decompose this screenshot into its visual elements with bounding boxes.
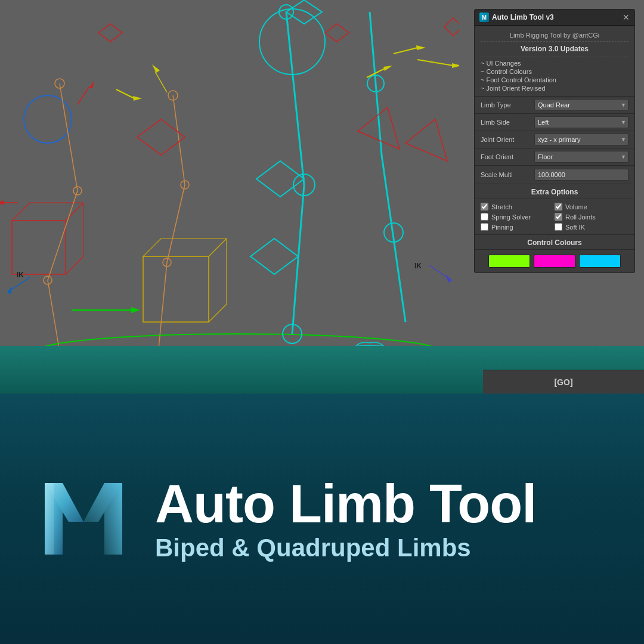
limb-type-select-wrapper: Quad Rear Quad Front Biped Arm Biped Leg…	[534, 99, 628, 111]
svg-line-8	[66, 256, 83, 274]
maya-logo-large	[36, 471, 131, 566]
svg-marker-57	[446, 275, 452, 283]
limb-type-select[interactable]: Quad Rear Quad Front Biped Arm Biped Leg	[534, 99, 628, 111]
panel-titlebar: M Auto Limb Tool v3 ✕	[475, 10, 634, 26]
svg-marker-39	[137, 119, 185, 155]
svg-line-20	[12, 277, 30, 289]
update-item-4: ~ Joint Orient Revised	[481, 84, 628, 92]
svg-marker-69	[133, 96, 142, 101]
scale-multi-input[interactable]	[534, 169, 628, 181]
colour-swatch-cyan[interactable]	[579, 255, 621, 268]
joint-orient-select-wrapper: xyz - x primary xyz - y primary xyz - z …	[534, 134, 628, 145]
roll-joints-checkbox-item[interactable]: Roll Joints	[555, 213, 628, 221]
foot-orient-select[interactable]: Floor World Local	[534, 151, 628, 163]
svg-marker-23	[89, 80, 94, 88]
banner-subtitle: Biped & Quadruped Limbs	[155, 535, 536, 561]
svg-line-40	[155, 72, 167, 92]
panel-title: Auto Limb Tool v3	[492, 13, 554, 21]
svg-line-62	[417, 60, 453, 66]
svg-line-29	[209, 304, 227, 322]
panel-divider	[481, 57, 628, 57]
checkbox-grid: Stretch Volume Spring Solver Roll Joints…	[475, 199, 634, 235]
svg-line-22	[78, 86, 89, 104]
limb-side-row: Limb Side Left Right Center ▼	[475, 114, 634, 131]
joint-orient-row: Joint Orient xyz - x primary xyz - y pri…	[475, 131, 634, 148]
svg-marker-76	[45, 483, 54, 555]
auto-limb-panel: M Auto Limb Tool v3 ✕ Limb Rigging Tool …	[474, 9, 635, 273]
svg-marker-60	[405, 119, 447, 161]
svg-line-32	[173, 95, 185, 185]
pinning-checkbox[interactable]	[481, 223, 488, 231]
maya-logo-small: M	[479, 13, 489, 22]
volume-checkbox[interactable]	[555, 203, 562, 210]
svg-marker-49	[250, 239, 298, 274]
panel-title-group: M Auto Limb Tool v3	[479, 13, 554, 22]
stretch-label: Stretch	[491, 203, 512, 210]
panel-content: Limb Rigging Tool by @antCGi Version 3.0…	[475, 26, 634, 273]
svg-line-51	[370, 12, 382, 155]
scale-multi-row: Scale Multi	[475, 166, 634, 184]
soft-ik-checkbox-item[interactable]: Soft IK	[555, 223, 628, 231]
svg-marker-21	[7, 287, 12, 294]
sketch-canvas: IK	[0, 0, 459, 382]
viewport: IK	[0, 0, 644, 394]
svg-marker-63	[452, 63, 459, 68]
banner-text: Auto Limb Tool Biped & Quadruped Limbs	[155, 477, 536, 561]
svg-line-28	[209, 239, 227, 256]
stretch-checkbox[interactable]	[481, 203, 488, 210]
svg-point-11	[24, 95, 72, 143]
svg-line-6	[12, 203, 30, 221]
svg-marker-71	[383, 66, 392, 71]
svg-marker-25	[0, 200, 4, 205]
colour-swatch-green[interactable]	[488, 255, 530, 268]
spring-solver-label: Spring Solver	[491, 213, 531, 221]
go-button[interactable]: [GO]	[554, 377, 572, 387]
limb-side-label: Limb Side	[481, 119, 534, 126]
roll-joints-checkbox[interactable]	[555, 213, 562, 221]
foot-orient-select-wrapper: Floor World Local ▼	[534, 151, 628, 163]
svg-text:IK: IK	[17, 271, 24, 279]
svg-marker-2	[131, 307, 140, 313]
svg-rect-26	[143, 256, 209, 322]
svg-line-68	[116, 89, 134, 98]
svg-line-42	[286, 12, 304, 185]
colour-swatches	[475, 250, 634, 273]
svg-marker-59	[416, 45, 426, 50]
svg-line-52	[382, 155, 405, 322]
limb-side-select-wrapper: Left Right Center ▼	[534, 116, 628, 128]
spring-solver-checkbox-item[interactable]: Spring Solver	[481, 213, 555, 221]
svg-text:IK: IK	[414, 262, 422, 270]
close-button[interactable]: ✕	[623, 13, 630, 21]
stretch-checkbox-item[interactable]: Stretch	[481, 203, 555, 210]
update-item-2: ~ Control Colours	[481, 67, 628, 76]
go-button-row: [GO]	[483, 370, 644, 394]
svg-marker-67	[325, 24, 349, 42]
svg-marker-48	[256, 161, 304, 197]
svg-line-33	[167, 185, 185, 262]
joint-orient-select[interactable]: xyz - x primary xyz - y primary xyz - z …	[534, 134, 628, 145]
svg-line-58	[394, 48, 417, 54]
colour-swatch-pink[interactable]	[534, 255, 575, 268]
limb-type-row: Limb Type Quad Rear Quad Front Biped Arm…	[475, 97, 634, 114]
svg-line-27	[143, 239, 161, 256]
spring-solver-checkbox[interactable]	[481, 213, 488, 221]
update-item-3: ~ Foot Control Orientation	[481, 76, 628, 84]
svg-line-34	[158, 262, 167, 355]
pinning-checkbox-item[interactable]: Pinning	[481, 223, 555, 231]
panel-header-section: Limb Rigging Tool by @antCGi Version 3.0…	[475, 26, 634, 97]
foot-orient-row: Foot Orient Floor World Local ▼	[475, 148, 634, 166]
foot-orient-label: Foot Orient	[481, 153, 534, 160]
limb-side-select[interactable]: Left Right Center	[534, 116, 628, 128]
update-item-1: ~ UI Changes	[481, 59, 628, 67]
limb-type-label: Limb Type	[481, 101, 534, 109]
extra-options-header: Extra Options	[475, 184, 634, 199]
roll-joints-label: Roll Joints	[565, 213, 596, 221]
panel-version: Version 3.0 Updates	[481, 42, 628, 55]
banner-title: Auto Limb Tool	[155, 477, 536, 531]
scale-multi-label: Scale Multi	[481, 171, 534, 178]
svg-marker-41	[152, 64, 160, 73]
volume-checkbox-item[interactable]: Volume	[555, 203, 628, 210]
soft-ik-checkbox[interactable]	[555, 223, 562, 231]
svg-marker-66	[98, 24, 122, 42]
svg-line-12	[60, 83, 78, 191]
